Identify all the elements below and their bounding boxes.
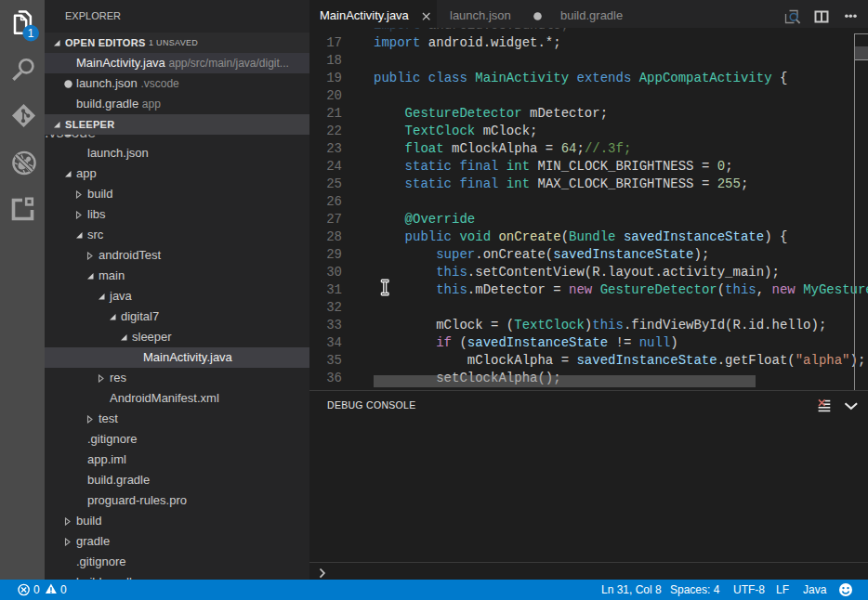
svg-text:1: 1 <box>28 27 34 40</box>
